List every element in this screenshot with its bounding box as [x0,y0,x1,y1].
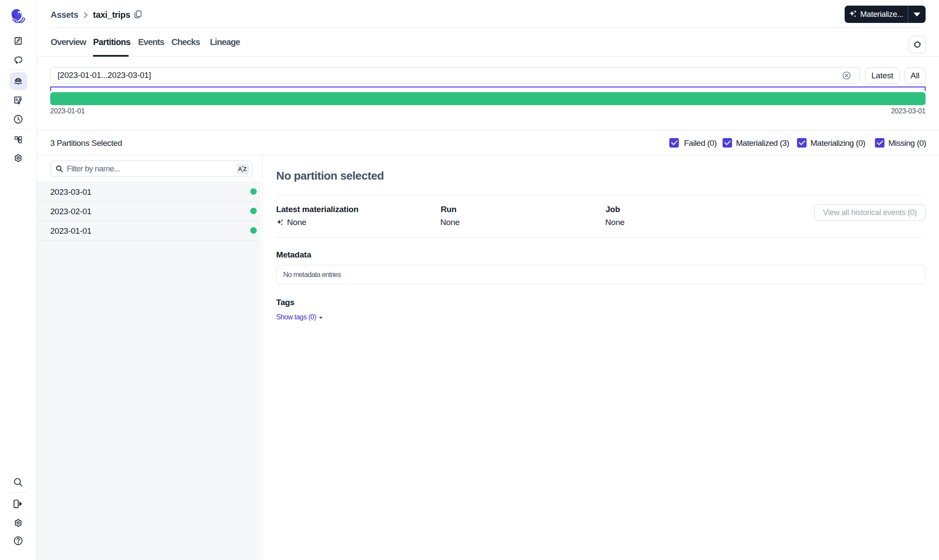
svg-text:Z: Z [243,166,247,172]
svg-text:A: A [238,166,242,172]
